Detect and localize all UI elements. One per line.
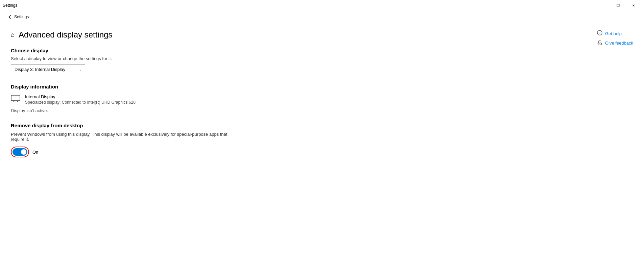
title-bar-title: Settings — [3, 3, 17, 8]
choose-display-title: Choose display — [11, 48, 633, 53]
remove-display-toggle[interactable] — [13, 148, 27, 156]
monitor-icon — [11, 95, 20, 103]
svg-text:?: ? — [599, 31, 601, 35]
back-button[interactable]: ← Settings Settings — [5, 13, 31, 21]
toggle-label: On — [32, 150, 38, 155]
close-button[interactable]: ✕ — [626, 0, 641, 11]
back-arrow-icon — [8, 15, 12, 19]
toggle-outline — [11, 147, 29, 157]
remove-display-description: Prevent Windows from using this display.… — [11, 132, 241, 142]
display-subtitle: Specialized display: Connected to Intel(… — [25, 100, 136, 105]
toggle-container: On — [11, 147, 633, 157]
minimize-button[interactable]: – — [595, 0, 610, 11]
page-heading: ⌂ Advanced display settings — [11, 30, 633, 40]
home-icon: ⌂ — [11, 31, 15, 38]
display-info-title: Display information — [11, 84, 633, 89]
title-bar-left: Settings — [3, 3, 17, 8]
title-bar: Settings – ❐ ✕ — [0, 0, 644, 11]
remove-display-section: Remove display from desktop Prevent Wind… — [11, 123, 633, 157]
title-bar-controls: – ❐ ✕ — [595, 0, 641, 11]
content-left: ⌂ Advanced display settings Choose displ… — [11, 30, 633, 164]
display-name: Internal Display — [25, 94, 136, 99]
display-item-text: Internal Display Specialized display: Co… — [25, 94, 136, 105]
help-icon: ? — [597, 30, 602, 37]
display-status: Display isn't active. — [11, 108, 633, 113]
give-feedback-label: Give feedback — [605, 41, 633, 46]
feedback-icon — [597, 40, 602, 46]
toggle-thumb — [21, 149, 26, 155]
display-dropdown[interactable]: Display 3: Internal Display ⌄ — [11, 65, 85, 74]
get-help-label: Get help — [605, 31, 622, 36]
svg-rect-0 — [11, 95, 20, 101]
remove-display-title: Remove display from desktop — [11, 123, 633, 128]
content-right: ? Get help Give feedback — [597, 30, 633, 46]
display-item: Internal Display Specialized display: Co… — [11, 94, 633, 105]
nav-bar: ← Settings Settings — [0, 11, 644, 23]
chevron-down-icon: ⌄ — [79, 68, 81, 71]
give-feedback-link[interactable]: Give feedback — [597, 40, 633, 46]
page-title: Advanced display settings — [19, 30, 113, 40]
restore-button[interactable]: ❐ — [610, 0, 626, 11]
choose-display-description: Select a display to view or change the s… — [11, 56, 633, 61]
display-info-section: Display information Internal Display Spe… — [11, 84, 633, 113]
dropdown-value: Display 3: Internal Display — [15, 67, 65, 72]
settings-label: Settings — [14, 15, 29, 19]
main-content: ⌂ Advanced display settings Choose displ… — [0, 23, 644, 171]
get-help-link[interactable]: ? Get help — [597, 30, 633, 37]
choose-display-section: Choose display Select a display to view … — [11, 48, 633, 74]
